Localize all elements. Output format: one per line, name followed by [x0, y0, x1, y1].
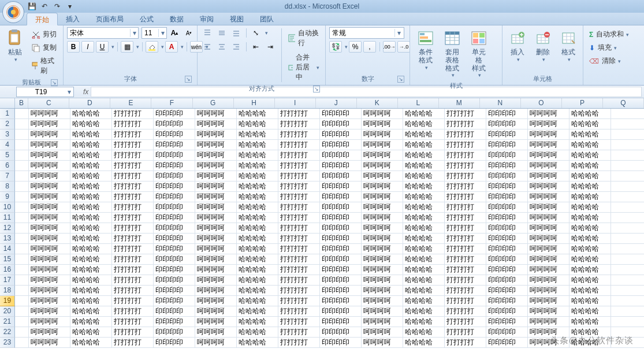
- cell[interactable]: 哈哈哈哈: [237, 192, 278, 202]
- format-painter-button[interactable]: 格式刷: [29, 55, 59, 77]
- cell[interactable]: [15, 171, 29, 181]
- cell[interactable]: 印印印印: [486, 306, 528, 317]
- cell[interactable]: 打打打打: [112, 161, 154, 171]
- cell[interactable]: 打打打打: [112, 306, 154, 317]
- column-header[interactable]: O: [521, 98, 562, 108]
- cell[interactable]: 打打打打: [278, 244, 320, 254]
- cell[interactable]: 印印印印: [320, 296, 362, 306]
- cell[interactable]: 呵呵呵呵: [29, 129, 70, 140]
- cell[interactable]: 哈哈哈哈: [237, 265, 278, 275]
- cell[interactable]: 呵呵呵呵: [29, 202, 70, 213]
- cell[interactable]: 打打打打: [112, 192, 154, 202]
- cell[interactable]: 呵呵呵呵: [29, 286, 70, 296]
- cell[interactable]: 印印印印: [154, 140, 195, 150]
- cell[interactable]: 哈哈哈哈: [569, 181, 611, 192]
- font-launcher-icon[interactable]: ↘: [185, 76, 192, 83]
- cell[interactable]: 哈哈哈哈: [569, 275, 611, 286]
- fx-icon[interactable]: fx: [83, 88, 88, 96]
- column-header[interactable]: Q: [603, 98, 644, 108]
- cell[interactable]: 哈哈哈哈: [237, 244, 278, 254]
- merge-center-button[interactable]: 合并后居中▾: [286, 51, 322, 83]
- paste-button[interactable]: 粘贴▾: [3, 27, 27, 64]
- cell[interactable]: 呵呵呵呵: [362, 171, 403, 181]
- cell[interactable]: [15, 150, 29, 161]
- cell[interactable]: 打打打打: [278, 275, 320, 286]
- cell[interactable]: 印印印印: [486, 202, 528, 213]
- cell[interactable]: 哈哈哈哈: [237, 109, 278, 119]
- row-header[interactable]: 14: [0, 244, 15, 254]
- cell[interactable]: 呵呵呵呵: [195, 306, 237, 317]
- cell[interactable]: 打打打打: [112, 234, 154, 244]
- cell[interactable]: 呵呵呵呵: [362, 213, 403, 223]
- cell[interactable]: 打打打打: [445, 265, 486, 275]
- formula-input[interactable]: [91, 87, 642, 97]
- column-header[interactable]: J: [316, 98, 357, 108]
- cell[interactable]: 呵呵呵呵: [29, 181, 70, 192]
- cell[interactable]: 呵呵呵呵: [528, 119, 569, 129]
- row-header[interactable]: 20: [0, 306, 15, 317]
- cell[interactable]: 打打打打: [278, 306, 320, 317]
- cell[interactable]: 呵呵呵呵: [29, 234, 70, 244]
- cell[interactable]: 哈哈哈哈: [70, 265, 112, 275]
- cell[interactable]: 印印印印: [320, 327, 362, 338]
- cell[interactable]: 哈哈哈哈: [569, 119, 611, 129]
- cell[interactable]: 呵呵呵呵: [195, 192, 237, 202]
- cell[interactable]: [15, 202, 29, 213]
- cell[interactable]: 打打打打: [112, 109, 154, 119]
- cell[interactable]: 印印印印: [320, 150, 362, 161]
- cell[interactable]: [15, 213, 29, 223]
- worksheet-grid[interactable]: BCDEFGHIJKLMNOPQ 12345678910111213141516…: [0, 98, 644, 352]
- cell[interactable]: 呵呵呵呵: [195, 119, 237, 129]
- cell[interactable]: 打打打打: [112, 223, 154, 234]
- qat-save-icon[interactable]: 💾: [27, 1, 37, 12]
- cell[interactable]: 哈哈哈哈: [403, 296, 445, 306]
- font-color-button[interactable]: A: [165, 41, 178, 53]
- cell[interactable]: 印印印印: [320, 213, 362, 223]
- cell[interactable]: 哈哈哈哈: [569, 223, 611, 234]
- cell[interactable]: 打打打打: [112, 296, 154, 306]
- cell[interactable]: 呵呵呵呵: [195, 265, 237, 275]
- cell[interactable]: 印印印印: [320, 119, 362, 129]
- cell[interactable]: 呵呵呵呵: [29, 109, 70, 119]
- cell[interactable]: 印印印印: [486, 140, 528, 150]
- cell[interactable]: 呵呵呵呵: [362, 306, 403, 317]
- cut-button[interactable]: 剪切: [29, 28, 59, 40]
- autosum-button[interactable]: Σ自动求和▾: [587, 28, 631, 40]
- cell[interactable]: 印印印印: [154, 296, 195, 306]
- cell[interactable]: 打打打打: [445, 306, 486, 317]
- tab-审阅[interactable]: 审阅: [192, 13, 222, 25]
- cell[interactable]: 呵呵呵呵: [528, 317, 569, 327]
- row-header[interactable]: 23: [0, 338, 15, 348]
- cell[interactable]: 呵呵呵呵: [195, 338, 237, 348]
- cell[interactable]: 呵呵呵呵: [362, 181, 403, 192]
- cell[interactable]: 印印印印: [486, 327, 528, 338]
- decrease-indent-icon[interactable]: ⇤: [250, 41, 262, 53]
- cell[interactable]: 哈哈哈哈: [70, 171, 112, 181]
- cell[interactable]: 哈哈哈哈: [403, 140, 445, 150]
- cell[interactable]: 印印印印: [486, 213, 528, 223]
- cell[interactable]: 打打打打: [278, 234, 320, 244]
- cell[interactable]: 哈哈哈哈: [237, 286, 278, 296]
- cell-styles-button[interactable]: 单元格 样式▾: [467, 27, 491, 80]
- cell[interactable]: 印印印印: [486, 244, 528, 254]
- tab-视图[interactable]: 视图: [222, 13, 252, 25]
- cell[interactable]: 打打打打: [112, 171, 154, 181]
- cell[interactable]: [15, 244, 29, 254]
- cell[interactable]: [15, 161, 29, 171]
- cell[interactable]: 打打打打: [445, 254, 486, 265]
- cell[interactable]: 哈哈哈哈: [569, 202, 611, 213]
- cell[interactable]: 印印印印: [486, 223, 528, 234]
- cell[interactable]: [15, 306, 29, 317]
- cell[interactable]: 呵呵呵呵: [29, 327, 70, 338]
- cell[interactable]: 打打打打: [445, 129, 486, 140]
- cell[interactable]: [15, 140, 29, 150]
- cell[interactable]: 哈哈哈哈: [237, 181, 278, 192]
- shrink-font-icon[interactable]: A▾: [183, 27, 195, 39]
- cell[interactable]: 呵呵呵呵: [362, 338, 403, 348]
- cell[interactable]: 哈哈哈哈: [70, 244, 112, 254]
- cell[interactable]: 哈哈哈哈: [403, 109, 445, 119]
- cell[interactable]: 哈哈哈哈: [70, 223, 112, 234]
- cell[interactable]: 印印印印: [320, 223, 362, 234]
- cell[interactable]: 呵呵呵呵: [362, 192, 403, 202]
- row-header[interactable]: 12: [0, 223, 15, 234]
